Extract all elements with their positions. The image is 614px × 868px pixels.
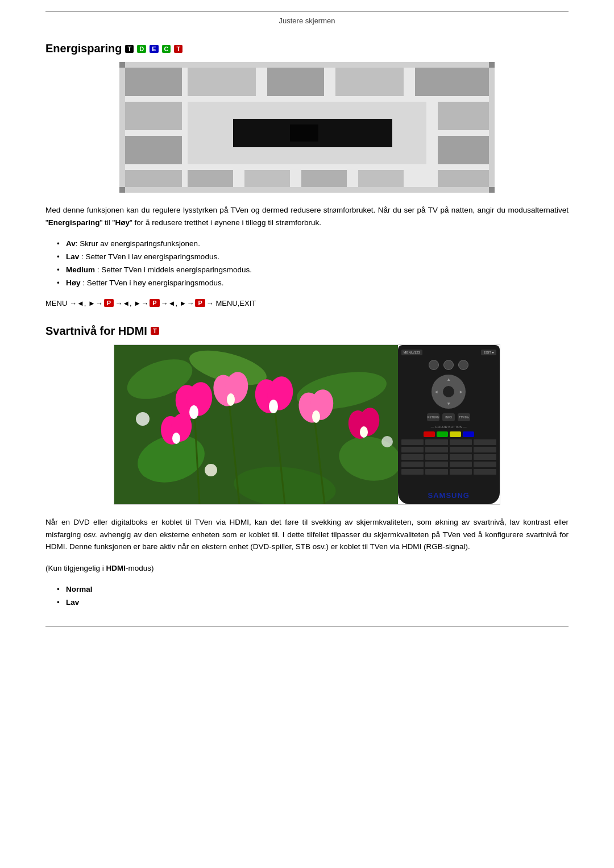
svg-point-43 (269, 400, 278, 413)
svg-rect-5 (335, 68, 404, 96)
badge-tv2: T (151, 327, 159, 335)
top-rule (45, 11, 569, 12)
grid-cell-4 (474, 439, 496, 445)
remote-grid-row-2 (401, 447, 497, 452)
badge-t: T (125, 45, 134, 53)
svg-point-52 (360, 426, 368, 438)
svg-point-37 (189, 405, 198, 419)
bullet-medium: Medium : Setter TVen i middels energispa… (57, 264, 569, 277)
hdmi-photo (114, 345, 398, 504)
grid-cell-15 (450, 462, 472, 467)
bullet-lav: Lav : Setter TVen i lav energisparingsmo… (57, 251, 569, 264)
remote-control: MENU/123 EXIT ● ▲ ▼ ◄ ► (398, 345, 500, 504)
remote-grid-row-1 (401, 439, 497, 445)
dpad-right: ► (459, 389, 463, 394)
color-btn-blue (463, 431, 474, 437)
svg-rect-6 (415, 68, 489, 96)
grid-cell-3 (450, 439, 472, 445)
svg-rect-20 (119, 62, 125, 68)
section1-title: Energisparing T D E C T (45, 42, 569, 55)
remote-grid-row-5 (401, 469, 497, 475)
menu-text-2: →◄, ►→ (115, 299, 148, 308)
svg-rect-19 (358, 170, 404, 187)
bullet-normal: Normal (57, 583, 569, 596)
remote-return: RETURN (427, 413, 439, 421)
menu-text-4: → MENU,EXIT (206, 299, 256, 308)
remote-ttv: TTV/Mix (458, 413, 470, 421)
p-box-2: P (150, 299, 159, 307)
color-btn-label: — COLOR BUTTON — (431, 425, 467, 429)
grid-cell-2 (425, 439, 448, 445)
samsung-logo: SAMSUNG (428, 491, 470, 500)
p-box-1: P (104, 299, 114, 307)
svg-point-49 (172, 433, 180, 444)
menu-text-1: MENU →◄, ►→ (45, 299, 103, 308)
remote-top-row: MENU/123 EXIT ● (401, 350, 497, 355)
page-container: Justere skjermen Energisparing T D E C T (0, 0, 614, 650)
svg-rect-11 (438, 136, 489, 164)
remote-nav-row: RETURN INFO TTV/Mix (427, 413, 470, 421)
grid-cell-16 (474, 462, 496, 467)
color-btn-yellow (450, 431, 461, 437)
section2-title-text: Svartnivå for HDMI (45, 325, 147, 338)
remote-info: INFO (442, 413, 455, 421)
svg-point-55 (205, 464, 217, 476)
bullet-lav2: Lav (57, 596, 569, 609)
section1-bullets: Av: Skrur av energisparingsfunksjonen. L… (57, 238, 569, 290)
svg-rect-3 (188, 68, 256, 96)
badge-c: C (162, 45, 171, 53)
section1-description: Med denne funksjonen kan du regulere lys… (45, 204, 569, 229)
section1-title-text: Energisparing (45, 42, 122, 55)
menu-text-3: →◄, ►→ (161, 299, 194, 308)
svg-rect-12 (438, 170, 489, 187)
badge-tv1: T (174, 45, 182, 53)
remote-circles (429, 360, 468, 370)
section2-note: (Kun tilgjengelig i HDMI-modus) (45, 562, 569, 575)
remote-menu-btn: MENU/123 (401, 350, 422, 355)
svg-rect-15 (290, 124, 318, 142)
svg-rect-16 (188, 170, 233, 187)
grid-cell-14 (425, 462, 448, 467)
grid-cell-20 (474, 469, 496, 475)
grid-cell-18 (425, 469, 448, 475)
svg-rect-21 (489, 62, 495, 68)
bullet-av: Av: Skrur av energisparingsfunksjonen. (57, 238, 569, 251)
flowers-svg (114, 345, 398, 504)
svg-point-53 (136, 412, 150, 426)
energisparing-image (119, 62, 495, 193)
svg-rect-23 (489, 187, 495, 193)
svg-rect-17 (244, 170, 290, 187)
svg-rect-10 (438, 102, 489, 130)
dpad-up: ▲ (446, 377, 451, 382)
remote-grid-row-3 (401, 454, 497, 460)
grid-cell-13 (401, 462, 424, 467)
remote-exit-btn: EXIT ● (481, 350, 496, 355)
remote-grid-rows (401, 439, 497, 475)
color-btn-green (437, 431, 448, 437)
section2-title: Svartnivå for HDMI T (45, 325, 569, 338)
section2-description: Når en DVD eller digitalboks er koblet t… (45, 516, 569, 553)
section-svartniva: Svartnivå for HDMI T (45, 325, 569, 609)
svg-point-54 (381, 436, 393, 447)
dpad-down: ▼ (446, 401, 451, 406)
remote-btn-3 (458, 360, 468, 370)
svg-rect-22 (119, 187, 125, 193)
p-box-3: P (195, 299, 205, 307)
energisparing-svg (119, 62, 495, 193)
grid-cell-17 (401, 469, 424, 475)
section2-bullets: Normal Lav (57, 583, 569, 609)
page-header: Justere skjermen (45, 16, 569, 25)
grid-cell-12 (474, 454, 496, 460)
grid-cell-7 (450, 447, 472, 452)
remote-btn-1 (429, 360, 439, 370)
svg-rect-9 (125, 170, 182, 187)
remote-grid-row-4 (401, 462, 497, 467)
svg-point-46 (312, 410, 320, 423)
color-btn-red (424, 431, 435, 437)
remote-dpad: ▲ ▼ ◄ ► (432, 375, 466, 409)
svg-rect-18 (301, 170, 347, 187)
grid-cell-6 (425, 447, 448, 452)
svg-point-40 (227, 393, 235, 406)
grid-cell-10 (425, 454, 448, 460)
dpad-left: ◄ (434, 389, 438, 394)
